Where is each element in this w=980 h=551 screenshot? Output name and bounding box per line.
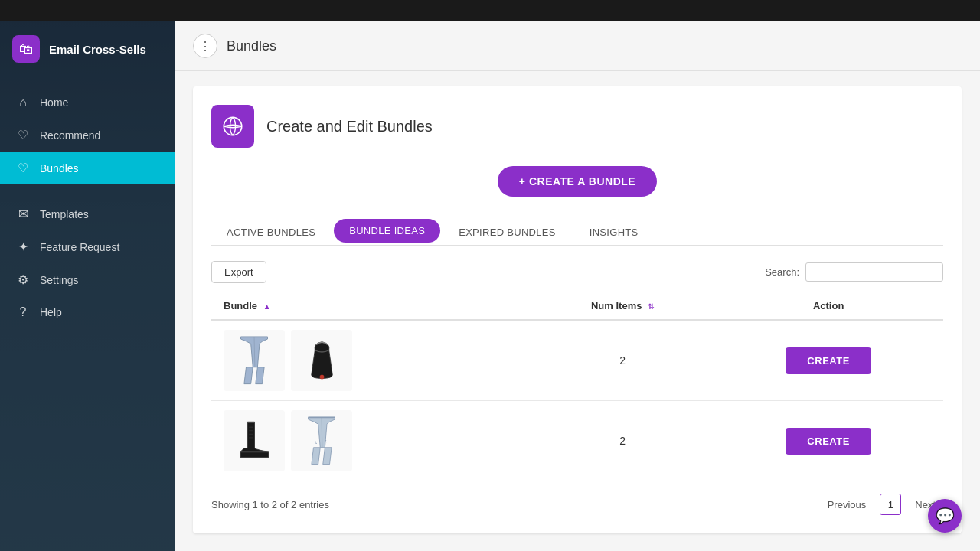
num-items-cell-1: 2 xyxy=(531,320,714,401)
sidebar-nav: ⌂ Home ♡ Recommend ♡ Bundles ✉ Templates… xyxy=(0,77,175,551)
svg-point-0 xyxy=(224,117,241,135)
sidebar-item-label-help: Help xyxy=(40,306,62,318)
bundle-cell-2 xyxy=(211,401,531,481)
col-bundle: Bundle ▲ xyxy=(211,292,531,320)
product-img-jeans-2 xyxy=(291,410,352,471)
card-title: Create and Edit Bundles xyxy=(266,118,433,135)
action-cell-1: CREATE xyxy=(714,320,943,401)
app-name: Email Cross-Sells xyxy=(49,43,146,56)
help-icon: ? xyxy=(15,305,31,319)
export-button[interactable]: Export xyxy=(211,261,266,283)
bag-icon-1 xyxy=(301,336,343,386)
tab-bundle-ideas[interactable]: BUNDLE IDEAS xyxy=(334,219,440,243)
previous-button[interactable]: Previous xyxy=(820,496,874,514)
sidebar-divider xyxy=(15,191,159,191)
settings-icon: ⚙ xyxy=(15,272,31,287)
sidebar-item-bundles[interactable]: ♡ Bundles xyxy=(0,152,175,184)
sidebar-item-settings[interactable]: ⚙ Settings xyxy=(0,263,175,296)
product-img-jeans-1 xyxy=(224,330,285,391)
create-bundle-button[interactable]: + CREATE A BUNDLE xyxy=(498,166,657,197)
templates-icon: ✉ xyxy=(15,207,31,221)
card-icon xyxy=(211,105,254,148)
table-row: 2 CREATE xyxy=(211,401,943,481)
bundle-images-2 xyxy=(224,401,519,481)
jeans-icon-1 xyxy=(231,334,277,387)
sidebar-item-label-settings: Settings xyxy=(40,274,79,286)
sidebar-item-label-bundles: Bundles xyxy=(40,162,79,174)
search-row: Search: xyxy=(765,262,943,282)
product-img-boot-1 xyxy=(224,410,285,471)
bundles-card: Create and Edit Bundles + CREATE A BUNDL… xyxy=(193,86,962,533)
content-area: Create and Edit Bundles + CREATE A BUNDL… xyxy=(175,71,980,551)
create-button-1[interactable]: CREATE xyxy=(786,347,871,374)
sidebar-header: 🛍 Email Cross-Sells xyxy=(0,21,175,77)
tabs-row: ACTIVE BUNDLES BUNDLE IDEAS EXPIRED BUND… xyxy=(211,218,943,246)
create-button-2[interactable]: CREATE xyxy=(786,428,871,455)
topbar: ⋮ Bundles xyxy=(175,21,980,71)
recommend-icon: ♡ xyxy=(15,128,31,142)
table-row: 2 CREATE xyxy=(211,320,943,401)
col-action: Action xyxy=(714,292,943,320)
bundles-table: Bundle ▲ Num Items ⇅ Action xyxy=(211,292,943,481)
bundle-cell-1 xyxy=(211,320,531,401)
jeans-icon-2 xyxy=(299,414,345,468)
page-number-1[interactable]: 1 xyxy=(880,494,901,515)
tab-insights[interactable]: INSIGHTS xyxy=(574,219,654,246)
sidebar-item-label-home: Home xyxy=(40,96,68,109)
feature-icon: ✦ xyxy=(15,240,31,254)
sidebar: 🛍 Email Cross-Sells ⌂ Home ♡ Recommend ♡… xyxy=(0,21,175,551)
num-items-cell-2: 2 xyxy=(531,401,714,481)
menu-button[interactable]: ⋮ xyxy=(193,34,217,58)
boot-icon-1 xyxy=(234,416,276,466)
chat-icon: 💬 xyxy=(936,507,955,525)
sort-icon-bundle: ▲ xyxy=(263,302,271,311)
sidebar-item-templates[interactable]: ✉ Templates xyxy=(0,197,175,230)
app-logo: 🛍 xyxy=(12,35,40,63)
sort-icon-items: ⇅ xyxy=(648,302,654,311)
bundle-images-1 xyxy=(224,321,519,400)
main-content: ⋮ Bundles Create and Edit Bundles xyxy=(175,21,980,551)
tab-active-bundles[interactable]: ACTIVE BUNDLES xyxy=(211,219,331,246)
product-img-bag-1 xyxy=(291,330,352,391)
sidebar-item-label-templates: Templates xyxy=(40,208,89,220)
tab-expired-bundles[interactable]: EXPIRED BUNDLES xyxy=(443,219,571,246)
top-black-bar xyxy=(0,0,980,21)
chat-button[interactable]: 💬 xyxy=(928,499,962,533)
table-controls: Export Search: xyxy=(211,261,943,283)
search-input[interactable] xyxy=(805,262,943,282)
action-cell-2: CREATE xyxy=(714,401,943,481)
sidebar-item-feature-request[interactable]: ✦ Feature Request xyxy=(0,230,175,263)
globe-icon xyxy=(222,116,243,137)
col-num-items: Num Items ⇅ xyxy=(531,292,714,320)
home-icon: ⌂ xyxy=(15,96,31,109)
sidebar-item-recommend[interactable]: ♡ Recommend xyxy=(0,119,175,152)
sidebar-item-home[interactable]: ⌂ Home xyxy=(0,86,175,119)
dots-icon: ⋮ xyxy=(199,39,211,54)
svg-point-3 xyxy=(319,374,324,379)
showing-entries: Showing 1 to 2 of 2 entries xyxy=(211,499,329,510)
sidebar-item-label-recommend: Recommend xyxy=(40,129,100,142)
sidebar-item-label-feature: Feature Request xyxy=(40,241,119,253)
table-footer: Showing 1 to 2 of 2 entries Previous 1 N… xyxy=(211,494,943,515)
page-title: Bundles xyxy=(227,38,276,54)
sidebar-item-help[interactable]: ? Help xyxy=(0,296,175,328)
search-label: Search: xyxy=(765,266,799,278)
pagination: Previous 1 Next xyxy=(820,494,943,515)
bundles-icon: ♡ xyxy=(15,161,31,175)
card-header: Create and Edit Bundles xyxy=(211,105,943,148)
